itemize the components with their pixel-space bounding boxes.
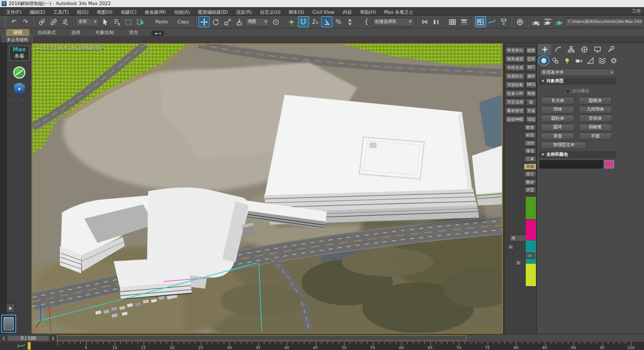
perspective-viewport[interactable]: [+] [正交] [标准] [默认明暗处理] ▼ <box>31 43 503 334</box>
plugin-button-修改[interactable]: 修改 <box>524 148 536 154</box>
plugin-button-其它[interactable]: 其它 <box>524 171 536 178</box>
frame-ruler[interactable]: 5101520253035404550556065707580859095100 <box>28 342 644 350</box>
material-editor-button[interactable] <box>514 16 525 27</box>
primitive-button-圆柱体[interactable]: 圆柱体 <box>541 115 574 122</box>
named-selection-sets-dropdown[interactable]: 创建选择集▼ <box>372 18 414 26</box>
plugin-button-视图[interactable]: 视图 <box>526 47 536 54</box>
spinner-snap-button[interactable] <box>345 16 356 27</box>
primitive-button-管状体[interactable]: 管状体 <box>579 115 612 122</box>
plugin-button-车线生成[interactable]: 车线生成 <box>505 64 525 72</box>
plugin-button-属性[interactable]: 属性 <box>526 73 536 80</box>
plugin-swatch-0[interactable] <box>526 197 536 219</box>
menu-item-1[interactable]: 编辑(E) <box>25 10 49 15</box>
schematic-view-button[interactable] <box>498 16 510 27</box>
frame-display[interactable]: 0 / 100 <box>8 335 49 341</box>
plugin-button-视角减面[interactable]: 视角减面 <box>505 55 525 63</box>
plugin-swatch-1[interactable] <box>526 220 536 240</box>
shield-icon[interactable]: ✶ <box>13 83 25 95</box>
category-geometry-icon[interactable] <box>538 55 550 66</box>
primitive-button-加强型文本[interactable]: 加强型文本 <box>541 142 587 149</box>
copy-button[interactable]: Copy <box>173 17 193 26</box>
autogrid-checkbox[interactable] <box>566 89 570 93</box>
snap-25d-button[interactable]: 2₅ <box>310 16 321 27</box>
unlink-selection-button[interactable] <box>48 16 59 27</box>
align-button[interactable] <box>431 16 442 27</box>
plugin-button-地形拟合[interactable]: 地形拟合 <box>505 73 525 80</box>
select-and-manipulate-button[interactable] <box>286 16 297 27</box>
plugin-button-工具[interactable]: 工具 <box>524 156 536 162</box>
menu-item-8[interactable]: 图形编辑器(D) <box>194 10 232 15</box>
plugin-button-超级种植[interactable]: 超级种植 <box>505 116 525 123</box>
menu-item-7[interactable]: 动画(A) <box>170 10 194 15</box>
angle-snap-button[interactable] <box>321 16 332 27</box>
select-and-move-button[interactable] <box>198 16 210 27</box>
percent-snap-button[interactable]: % <box>333 16 344 27</box>
timeline-playhead[interactable] <box>27 342 31 350</box>
layer-explorer-button[interactable] <box>459 16 470 27</box>
prev-frame-button[interactable]: ❮ <box>1 335 7 341</box>
viewport-3d-scene[interactable]: z y x <box>32 44 502 333</box>
menu-item-6[interactable]: 修改器(M) <box>141 10 170 15</box>
next-frame-button[interactable]: ❯ <box>50 335 56 341</box>
plugin-button-选择[interactable]: 选择 <box>526 55 536 63</box>
primitive-button-茶壶[interactable]: 茶壶 <box>541 132 574 140</box>
select-by-name-button[interactable] <box>111 16 122 27</box>
category-space-warps-icon[interactable] <box>596 55 608 66</box>
menu-item-9[interactable]: 渲染(R) <box>232 10 256 15</box>
scene-explorer-toggle-button[interactable]: ▶ <box>6 303 15 312</box>
primitive-button-圆环[interactable]: 圆环 <box>541 124 574 131</box>
ribbon-tab-选择[interactable]: 选择 <box>64 29 87 36</box>
time-slider-track[interactable] <box>57 335 466 341</box>
menu-item-5[interactable]: 创建(C) <box>117 10 141 15</box>
viewport-label[interactable]: [+] [正交] [标准] [默认明暗处理] ▼ <box>36 46 104 52</box>
primitive-button-四棱锥[interactable]: 四棱锥 <box>579 124 612 131</box>
select-and-link-button[interactable] <box>36 16 47 27</box>
plugin-next-button[interactable]: > <box>525 253 535 259</box>
selection-filter-dropdown[interactable]: 全部▼ <box>76 18 99 26</box>
plugin-button-塌陷[interactable]: 塌陷 <box>526 116 536 123</box>
menu-item-13[interactable]: 内容 <box>338 10 356 15</box>
menu-item-3[interactable]: 组(G) <box>73 10 92 15</box>
ribbon-tab-建模[interactable]: 建模 <box>6 29 29 36</box>
ribbon-toggle-button[interactable] <box>475 16 486 27</box>
menu-item-15[interactable]: Max 杀毒卫士 <box>380 10 417 15</box>
plugin-button-再造拆出[interactable]: 再造拆出 <box>505 47 525 54</box>
plugin-button-材质[interactable]: 材质 <box>524 132 536 138</box>
use-pivot-center-button[interactable] <box>270 16 281 27</box>
category-lights-icon[interactable] <box>561 55 573 66</box>
panel-tab-display[interactable] <box>591 44 604 55</box>
plugin-button-批量小样[interactable]: 批量小样 <box>505 90 525 97</box>
plugin-prev-button[interactable]: < <box>507 244 514 250</box>
edit-named-selection-sets-button[interactable]: { <box>361 16 372 27</box>
curve-editor-button[interactable] <box>487 16 498 27</box>
select-and-rotate-button[interactable] <box>210 16 221 27</box>
mirror-button[interactable]: ⋈ <box>419 16 430 27</box>
tab-polygon-modeling[interactable]: 多边形建模 <box>2 36 33 43</box>
project-folder-dropdown[interactable]: C:\Users\慕琦\Documents\3ds Max 2022▼ <box>565 18 643 26</box>
ribbon-tab-对象绘制[interactable]: 对象绘制 <box>88 29 121 36</box>
menu-item-10[interactable]: 自定义(U) <box>256 10 285 15</box>
render-setup-button[interactable] <box>530 16 541 27</box>
bind-to-spacewarp-button[interactable] <box>59 16 71 27</box>
primitive-button-几何球体[interactable]: 几何球体 <box>579 106 612 114</box>
render-production-button[interactable] <box>554 16 565 27</box>
sidebar-arrows[interactable]: ‹ › <box>12 98 26 102</box>
plugin-close-button[interactable]: × <box>515 260 522 266</box>
plugin-button-资源收集[interactable]: 资源收集 <box>505 81 525 89</box>
plugin-button-设置[interactable]: 设置 <box>524 187 536 193</box>
window-crossing-toggle[interactable] <box>134 16 146 27</box>
plugin-button-MFI[interactable]: MFI <box>526 64 536 72</box>
menu-item-0[interactable]: 文件(F) <box>2 10 25 15</box>
redo-button[interactable]: ↷ <box>20 16 31 27</box>
primitive-category-dropdown[interactable]: 标准基本体▼ <box>539 68 616 76</box>
menu-item-12[interactable]: Civil View <box>309 10 338 15</box>
plugin-button-堆栈[interactable]: 堆栈 <box>526 90 536 97</box>
undo-button[interactable]: ↶ <box>9 16 20 27</box>
menu-item-4[interactable]: 视图(V) <box>92 10 116 15</box>
object-color-swatch[interactable] <box>604 160 614 168</box>
plugin-button-图形[interactable]: 图形 <box>524 124 536 131</box>
viewport-layout-tab[interactable] <box>1 314 16 333</box>
plugin-button-素材[interactable]: 素材 <box>524 179 536 186</box>
panel-tab-utilities[interactable] <box>604 44 617 55</box>
ribbon-tab-自由形式[interactable]: 自由形式 <box>30 29 63 36</box>
